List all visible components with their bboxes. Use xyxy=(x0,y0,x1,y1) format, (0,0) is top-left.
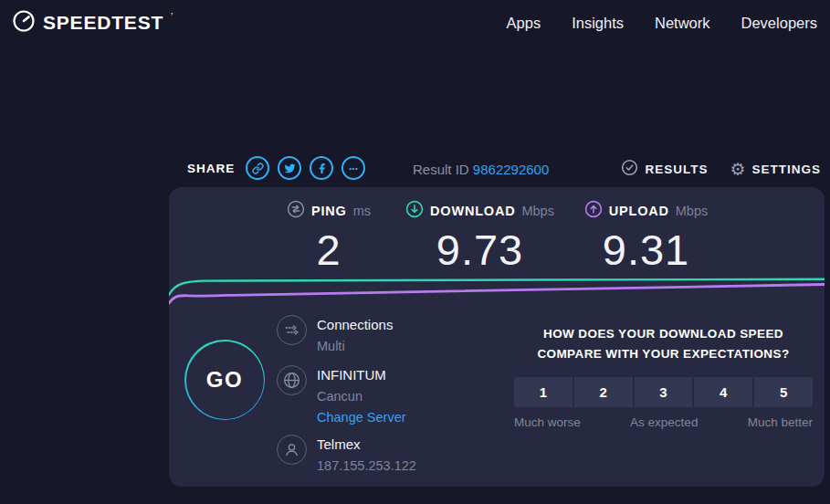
upload-value: 9.31 xyxy=(571,225,721,275)
results-button[interactable]: RESULTS xyxy=(621,159,708,180)
isp-row: Telmex 187.155.253.122 xyxy=(277,435,416,473)
result-id: Result ID 9862292600 xyxy=(413,162,549,177)
result-id-label: Result ID xyxy=(413,162,469,177)
copy-link-icon[interactable] xyxy=(246,156,269,180)
result-panel: PING ms 2 DOWNLOAD Mbps 9.73 xyxy=(169,187,825,487)
download-unit: Mbps xyxy=(521,204,553,218)
nav-item-developers[interactable]: Developers xyxy=(741,15,817,32)
isp-name: Telmex xyxy=(317,435,416,452)
speed-graph xyxy=(169,272,825,309)
connections-row: Connections Multi xyxy=(277,315,393,353)
ping-label: PING xyxy=(311,204,347,218)
globe-icon xyxy=(277,365,307,395)
results-settings-group: RESULTS ⚙ SETTINGS xyxy=(621,159,821,180)
survey-scale-labels: Much worse As expected Much better xyxy=(514,415,813,429)
go-button[interactable]: GO xyxy=(184,340,265,420)
rating-button-3[interactable]: 3 xyxy=(635,377,693,407)
rating-button-2[interactable]: 2 xyxy=(574,377,633,407)
upload-line xyxy=(169,285,825,304)
ping-stat: PING ms 2 xyxy=(260,200,397,275)
server-provider: INFINITUM xyxy=(317,365,406,383)
rating-button-4[interactable]: 4 xyxy=(694,377,752,407)
expectation-survey: HOW DOES YOUR DOWNLOAD SPEED COMPARE WIT… xyxy=(514,324,813,429)
results-label: RESULTS xyxy=(645,163,708,176)
share-label: SHARE xyxy=(187,162,235,175)
download-label: DOWNLOAD xyxy=(430,204,515,218)
result-id-value[interactable]: 9862292600 xyxy=(473,162,549,177)
survey-question: HOW DOES YOUR DOWNLOAD SPEED COMPARE WIT… xyxy=(514,324,813,363)
download-stat: DOWNLOAD Mbps 9.73 xyxy=(395,200,564,275)
gear-icon: ⚙ xyxy=(730,161,745,178)
top-nav: SPEEDTEST’ Apps Insights Network Develop… xyxy=(0,0,830,46)
twitter-icon[interactable] xyxy=(278,156,301,180)
scale-label-worse: Much worse xyxy=(514,415,581,429)
upload-stat: UPLOAD Mbps 9.31 xyxy=(571,200,721,275)
speedtest-app: SPEEDTEST’ Apps Insights Network Develop… xyxy=(0,0,830,504)
rating-button-1[interactable]: 1 xyxy=(514,377,573,407)
survey-rating-buttons: 1 2 3 4 5 xyxy=(514,377,813,407)
rating-button-5[interactable]: 5 xyxy=(754,377,813,407)
download-value: 9.73 xyxy=(395,225,564,275)
scale-label-better: Much better xyxy=(748,415,813,429)
more-share-options-icon[interactable]: ••• xyxy=(341,156,365,180)
facebook-icon[interactable] xyxy=(310,156,333,180)
nav-links: Apps Insights Network Developers xyxy=(507,15,819,32)
download-arrow-icon xyxy=(405,200,424,222)
check-circle-icon xyxy=(621,159,638,180)
person-icon xyxy=(277,435,307,465)
connections-title: Connections xyxy=(317,315,393,332)
share-bar: SHARE ••• xyxy=(187,153,365,183)
upload-label: UPLOAD xyxy=(609,204,669,218)
ping-value: 2 xyxy=(260,225,397,275)
speedometer-logo-icon xyxy=(11,8,37,37)
nav-item-insights[interactable]: Insights xyxy=(572,15,624,32)
logo-trademark: ’ xyxy=(171,13,173,22)
scale-label-expected: As expected xyxy=(630,415,698,429)
nav-item-apps[interactable]: Apps xyxy=(507,15,541,32)
upload-unit: Mbps xyxy=(676,204,708,218)
isp-ip-address: 187.155.253.122 xyxy=(317,458,416,473)
go-button-label: GO xyxy=(206,367,243,393)
connections-mode: Multi xyxy=(317,339,393,353)
change-server-link[interactable]: Change Server xyxy=(317,410,406,425)
nav-item-network[interactable]: Network xyxy=(655,15,710,32)
server-row: INFINITUM Cancun Change Server xyxy=(277,365,406,425)
settings-label: SETTINGS xyxy=(751,163,821,176)
ping-icon xyxy=(287,200,305,222)
settings-button[interactable]: ⚙ SETTINGS xyxy=(730,161,821,178)
ping-unit: ms xyxy=(353,204,371,218)
upload-arrow-icon xyxy=(584,200,603,222)
multi-connections-icon xyxy=(277,315,307,345)
server-location: Cancun xyxy=(317,389,406,404)
logo-text: SPEEDTEST xyxy=(43,12,163,34)
speedtest-logo[interactable]: SPEEDTEST’ xyxy=(11,8,172,37)
